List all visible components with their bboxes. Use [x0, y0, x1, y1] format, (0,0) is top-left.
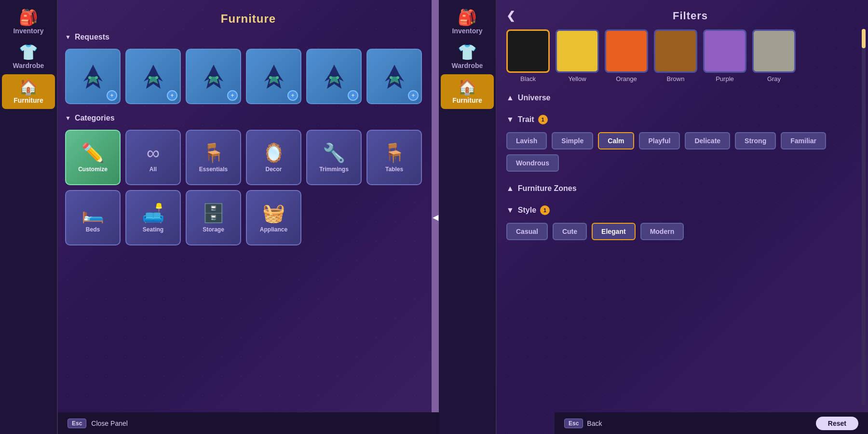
categories-label: Categories — [75, 114, 115, 122]
furniture-zones-section: ▲ Furniture Zones — [506, 180, 858, 197]
right-sidebar-item-inventory[interactable]: 🎒 Inventory — [441, 5, 494, 40]
right-sidebar-item-furniture[interactable]: 🏠 Furniture — [441, 74, 494, 109]
color-orange[interactable]: Orange — [605, 29, 648, 82]
svg-point-0 — [88, 76, 91, 79]
tag-casual[interactable]: Casual — [506, 223, 548, 240]
category-storage[interactable]: 🗄️ Storage — [186, 190, 241, 245]
color-label-brown: Brown — [667, 75, 685, 82]
right-furniture-label: Furniture — [452, 96, 482, 104]
svg-point-3 — [155, 76, 158, 79]
tag-simple[interactable]: Simple — [552, 132, 593, 149]
sidebar-item-wardrobe-label: Wardrobe — [13, 62, 44, 69]
tag-playful[interactable]: Playful — [639, 132, 680, 149]
color-gray[interactable]: Gray — [752, 29, 796, 82]
left-panel: 🎒 Inventory 👕 Wardrobe 🏠 Furniture Furni… — [0, 0, 439, 434]
universe-section: ▲ Universe — [506, 90, 858, 106]
color-box-black — [506, 29, 550, 73]
requests-grid: + + — [65, 49, 432, 104]
all-icon: ∞ — [147, 143, 160, 163]
tag-cute[interactable]: Cute — [553, 223, 587, 240]
request-badge-2: + — [167, 90, 177, 101]
back-button[interactable]: ❮ — [506, 10, 515, 22]
tables-label: Tables — [385, 166, 403, 173]
storage-label: Storage — [203, 226, 224, 233]
color-yellow[interactable]: Yellow — [556, 29, 599, 82]
furniture-zones-header[interactable]: ▲ Furniture Zones — [506, 180, 858, 197]
right-wardrobe-icon: 👕 — [458, 44, 477, 60]
request-item-6[interactable]: + — [366, 49, 422, 104]
request-item-5[interactable]: + — [306, 49, 362, 104]
style-tags: Casual Cute Elegant Modern — [506, 219, 858, 244]
tag-elegant[interactable]: Elegant — [592, 223, 636, 240]
right-wardrobe-label: Wardrobe — [452, 62, 483, 69]
color-brown[interactable]: Brown — [654, 29, 697, 82]
request-item-3[interactable]: + — [186, 49, 241, 104]
sidebar-item-wardrobe[interactable]: 👕 Wardrobe — [2, 40, 55, 74]
color-label-yellow: Yellow — [568, 75, 586, 82]
category-all[interactable]: ∞ All — [125, 130, 181, 185]
creature-icon-6 — [375, 57, 414, 96]
filters-content: ❮ Filters Black Yellow Orange — [497, 0, 868, 254]
requests-chevron: ▼ — [65, 34, 71, 41]
tag-familiar[interactable]: Familiar — [781, 132, 826, 149]
right-inventory-label: Inventory — [452, 27, 482, 35]
style-header[interactable]: ▼ Style 1 — [506, 202, 858, 219]
request-item-4[interactable]: + — [246, 49, 301, 104]
universe-header[interactable]: ▲ Universe — [506, 90, 858, 106]
request-item-1[interactable]: + — [65, 49, 121, 104]
furniture-icon: 🏠 — [19, 79, 38, 95]
color-purple[interactable]: Purple — [703, 29, 746, 82]
esc-badge-left: Esc — [68, 419, 86, 428]
tag-modern[interactable]: Modern — [640, 223, 684, 240]
svg-point-10 — [390, 76, 393, 79]
tables-icon: 🪑 — [383, 142, 406, 163]
category-trimmings[interactable]: 🔧 Trimmings — [306, 130, 362, 185]
tag-calm[interactable]: Calm — [598, 132, 634, 149]
sidebar-item-inventory-label: Inventory — [13, 27, 43, 35]
sidebar-item-inventory[interactable]: 🎒 Inventory — [2, 5, 55, 40]
category-appliance[interactable]: 🧺 Appliance — [246, 190, 301, 245]
category-beds[interactable]: 🛏️ Beds — [65, 190, 121, 245]
filters-header: ❮ Filters — [506, 5, 858, 29]
category-customize[interactable]: ✏️ Customize — [65, 130, 121, 185]
category-tables[interactable]: 🪑 Tables — [366, 130, 422, 185]
categories-chevron: ▼ — [65, 115, 71, 122]
decor-label: Decor — [265, 166, 282, 173]
essentials-icon: 🪑 — [202, 142, 225, 163]
tag-delicate[interactable]: Delicate — [685, 132, 730, 149]
categories-section-header[interactable]: ▼ Categories — [65, 114, 432, 122]
style-section: ▼ Style 1 Casual Cute Elegant Modern — [506, 202, 858, 244]
sidebar-item-furniture[interactable]: 🏠 Furniture — [2, 74, 55, 109]
trimmings-icon: 🔧 — [323, 142, 345, 163]
trait-header[interactable]: ▼ Trait 1 — [506, 111, 858, 128]
esc-badge-right: Esc — [564, 419, 583, 428]
right-sidebar-item-wardrobe[interactable]: 👕 Wardrobe — [441, 40, 494, 74]
category-essentials[interactable]: 🪑 Essentials — [186, 130, 241, 185]
color-black[interactable]: Black — [506, 29, 550, 82]
request-item-2[interactable]: + — [125, 49, 181, 104]
category-seating[interactable]: 🛋️ Seating — [125, 190, 181, 245]
seating-label: Seating — [143, 226, 163, 233]
trait-badge: 1 — [538, 115, 548, 124]
svg-point-5 — [216, 76, 218, 79]
furniture-zones-chevron: ▲ — [506, 184, 514, 193]
reset-button[interactable]: Reset — [816, 417, 858, 430]
tag-wondrous[interactable]: Wondrous — [506, 154, 559, 172]
tag-lavish[interactable]: Lavish — [506, 132, 547, 149]
svg-point-2 — [149, 76, 151, 79]
trait-tags: Lavish Simple Calm Playful Delicate Stro… — [506, 128, 858, 176]
requests-section-header[interactable]: ▼ Requests — [65, 33, 432, 41]
color-label-black: Black — [520, 75, 536, 82]
creature-icon-4 — [255, 57, 293, 96]
customize-icon: ✏️ — [81, 142, 104, 163]
color-label-gray: Gray — [767, 75, 781, 82]
furniture-zones-label: Furniture Zones — [518, 184, 577, 193]
right-sidebar: 🎒 Inventory 👕 Wardrobe 🏠 Furniture — [439, 0, 497, 434]
appliance-label: Appliance — [260, 226, 287, 233]
tag-strong[interactable]: Strong — [735, 132, 776, 149]
color-box-yellow — [556, 29, 599, 73]
seating-icon: 🛋️ — [142, 203, 164, 224]
back-label: Back — [587, 420, 602, 427]
category-decor[interactable]: 🪞 Decor — [246, 130, 301, 185]
style-badge: 1 — [540, 205, 550, 215]
